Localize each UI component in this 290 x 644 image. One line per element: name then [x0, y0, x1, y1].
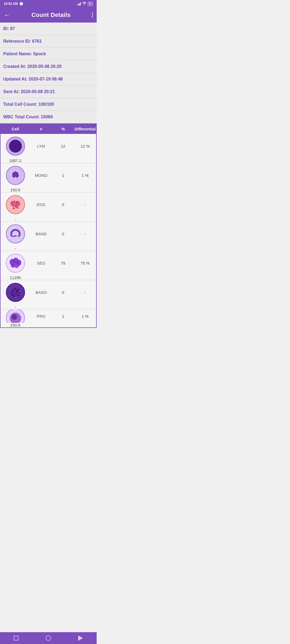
info-wbc-total: WBC Total Count: 15060	[0, 111, 97, 123]
info-id: ID: 87	[0, 23, 97, 35]
page-title: Count Details	[31, 12, 71, 19]
svg-point-5	[17, 170, 18, 172]
cell-count-mono: 1	[52, 173, 74, 178]
cell-diff-mono: 150.6	[1, 188, 30, 192]
svg-point-7	[19, 173, 20, 174]
cell-image-mono	[1, 163, 30, 188]
svg-point-8	[19, 177, 20, 178]
header-count: #	[30, 127, 52, 131]
cell-diff-band: -	[1, 246, 30, 251]
cell-count-pro: 1	[52, 314, 74, 319]
svg-point-40	[18, 292, 20, 294]
signal-icon	[77, 2, 81, 5]
svg-point-42	[15, 293, 17, 295]
wifi-icon	[82, 2, 86, 6]
info-updated-at: Updated At: 2020-07-19 08:48	[0, 73, 97, 86]
cell-pct-pro: 1 %	[74, 314, 96, 319]
table-row: BASO 0 - -	[1, 280, 96, 309]
cell-name-lym: LYM	[30, 144, 52, 148]
header-pct: %	[52, 127, 74, 131]
cell-pct-mono: 1 %	[74, 173, 96, 178]
svg-point-37	[10, 292, 12, 294]
svg-point-50	[11, 314, 17, 320]
cell-count-seg: 75	[52, 261, 74, 265]
cell-name-band: BAND	[30, 232, 52, 236]
cell-diff-pro: 150.6	[1, 323, 30, 327]
cell-pct-lym: 12 %	[74, 144, 96, 148]
info-ref-id: Reference ID: 6761	[0, 35, 97, 48]
more-button[interactable]	[92, 13, 93, 17]
battery-icon: 87	[88, 2, 93, 6]
svg-point-43	[17, 295, 19, 296]
svg-point-41	[12, 294, 14, 296]
svg-rect-31	[13, 261, 16, 262]
cell-count-band: 0	[52, 232, 74, 236]
svg-point-19	[13, 207, 15, 209]
alarm-icon: 🕐	[19, 2, 23, 6]
svg-point-6	[10, 174, 11, 175]
cell-count-lym: 12	[52, 144, 74, 148]
cell-diff-eos: -	[1, 217, 30, 221]
table-row: SEG 75 75 % 11295	[1, 251, 96, 280]
svg-point-10	[15, 179, 16, 180]
back-button[interactable]: ←	[4, 11, 10, 19]
svg-point-39	[16, 291, 18, 293]
battery-level: 87	[89, 2, 92, 5]
status-bar: 10:52 AM 🕐 87	[0, 0, 97, 8]
cell-diff-baso: -	[1, 305, 30, 309]
svg-point-45	[10, 289, 12, 291]
cell-name-eos: EOS	[30, 202, 52, 207]
info-created-at: Created At: 2020-05-08 20:20	[0, 60, 97, 73]
cell-name-baso: BASO	[30, 290, 52, 295]
cell-image-baso	[1, 280, 30, 305]
svg-point-3	[11, 171, 12, 172]
info-patient-name: Patient Name: Spock	[0, 48, 97, 60]
cell-diff-lym: 1807.2	[1, 158, 30, 163]
header-diff: Differential	[74, 127, 96, 131]
cell-image-band	[1, 222, 30, 246]
cell-pct-seg: 75 %	[74, 261, 96, 265]
cell-diff-seg: 11295	[1, 275, 30, 280]
svg-point-30	[11, 263, 15, 268]
svg-point-34	[11, 289, 13, 291]
svg-point-44	[13, 296, 15, 297]
info-section: ID: 87 Reference ID: 6761 Patient Name: …	[0, 23, 97, 123]
cell-pct-band: -	[74, 232, 96, 236]
svg-point-4	[14, 170, 15, 171]
cell-image-pro	[1, 309, 30, 323]
table-header: Cell # % Differential	[1, 124, 96, 134]
svg-point-36	[17, 289, 19, 291]
svg-point-35	[14, 288, 16, 290]
more-dots-icon	[92, 13, 93, 17]
cell-name-mono: MONO	[30, 173, 52, 178]
cell-pct-baso: -	[74, 290, 96, 295]
svg-point-33	[6, 283, 25, 302]
svg-point-1	[9, 140, 22, 153]
header-cell: Cell	[1, 127, 30, 131]
svg-point-38	[13, 291, 15, 293]
info-total-cell-count: Total Cell Count: 100/100	[0, 98, 97, 111]
app-bar: ← Count Details	[0, 8, 97, 23]
cell-name-seg: SEG	[30, 261, 52, 265]
table-row: MONO 1 1 % 150.6	[1, 163, 96, 192]
status-time: 10:52 AM	[4, 2, 18, 6]
info-sent-at: Sent At: 2020-05-08 20:21	[0, 86, 97, 98]
cell-pct-eos: -	[74, 202, 96, 207]
table-row: BAND 0 - -	[1, 222, 96, 251]
cell-image-lym	[1, 134, 30, 158]
cell-table: Cell # % Differential LYM 12 12 % 1807.2	[0, 123, 97, 328]
cell-image-seg	[1, 251, 30, 275]
svg-point-20	[16, 207, 19, 209]
svg-point-46	[19, 291, 20, 292]
svg-point-47	[15, 297, 16, 298]
table-row: EOS 0 - -	[1, 192, 96, 222]
svg-point-9	[11, 177, 12, 178]
table-row-partial: PRO 1 1 % 150.6	[1, 309, 96, 327]
table-row: LYM 12 12 % 1807.2	[1, 134, 96, 163]
svg-rect-23	[14, 203, 17, 205]
cell-image-eos	[1, 192, 30, 217]
cell-count-baso: 0	[52, 290, 74, 295]
cell-count-eos: 0	[52, 202, 74, 207]
cell-name-pro: PRO	[30, 314, 52, 319]
svg-rect-32	[16, 262, 19, 264]
